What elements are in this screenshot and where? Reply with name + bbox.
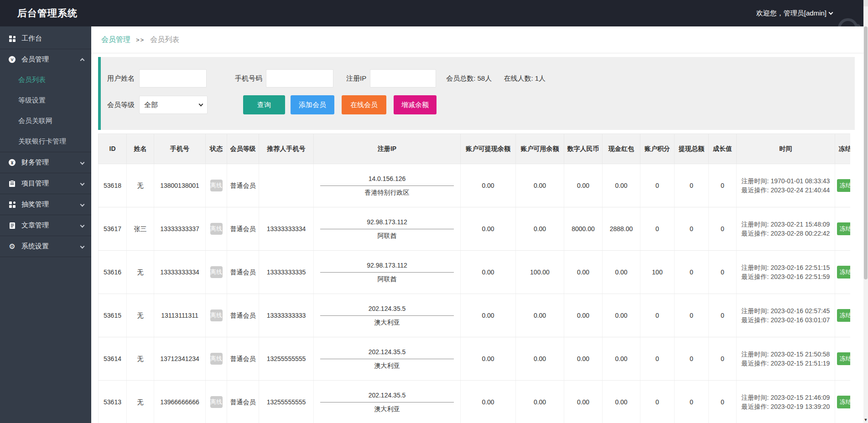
sidebar-item-bankcard-management[interactable]: 关联银行卡管理 bbox=[0, 131, 91, 152]
ip-address: 92.98.173.112 bbox=[316, 261, 458, 270]
admin-dropdown[interactable]: 欢迎您，管理员[admin] bbox=[756, 0, 832, 26]
sidebar-item-system-settings[interactable]: ⚙ 系统设置 bbox=[0, 236, 91, 257]
cell-time: 注册时间: 2023-02-21 15:48:09最近操作: 2023-02-2… bbox=[737, 207, 835, 251]
sidebar-item-member-management[interactable]: V 会员管理 bbox=[0, 49, 91, 70]
freeze-button[interactable]: 冻结 bbox=[837, 352, 850, 366]
cell-phone: 13800138001 bbox=[154, 164, 206, 207]
cell-available: 0.00 bbox=[516, 164, 564, 207]
level-label: 会员等级 bbox=[107, 101, 135, 109]
scrollbar-thumb[interactable] bbox=[864, 26, 868, 279]
col-header-withdrawable: 账户可提现余额 bbox=[461, 134, 516, 164]
cell-digital_rmb: 0.00 bbox=[564, 381, 603, 423]
cell-name: 无 bbox=[127, 381, 154, 423]
sidebar-item-workbench[interactable]: 工作台 bbox=[0, 28, 91, 49]
finance-icon: ¥ bbox=[8, 159, 16, 166]
cell-ip: 14.0.156.126香港特别行政区 bbox=[314, 164, 461, 207]
username-input[interactable] bbox=[139, 69, 207, 88]
freeze-button[interactable]: 冻结 bbox=[837, 179, 850, 192]
ip-divider bbox=[320, 229, 454, 229]
cell-phone: 13712341234 bbox=[154, 337, 206, 381]
cell-withdrawable: 0.00 bbox=[461, 294, 516, 337]
col-header-red_packet: 现金红包 bbox=[603, 134, 640, 164]
last-operation-time: 最近操作: 2023-02-16 03:01:07 bbox=[738, 315, 833, 325]
cell-growth: 0 bbox=[709, 337, 737, 381]
cell-total_withdraw: 0 bbox=[675, 251, 709, 294]
cell-referrer: 13333333333 bbox=[259, 294, 314, 337]
sidebar-item-lottery-management[interactable]: 抽奖管理 bbox=[0, 194, 91, 215]
adjust-balance-button[interactable]: 增减余额 bbox=[394, 95, 437, 114]
cell-id: 53613 bbox=[99, 381, 127, 423]
member-row-53615: 53615无13113111311离线普通会员13333333333202.12… bbox=[99, 294, 851, 337]
cell-id: 53618 bbox=[99, 164, 127, 207]
col-header-name: 姓名 bbox=[127, 134, 154, 164]
chevron-down-icon bbox=[199, 102, 203, 107]
phone-input[interactable] bbox=[266, 69, 333, 88]
cell-ip: 202.124.35.5澳大利亚 bbox=[314, 337, 461, 381]
member-row-53618: 53618无13800138001离线普通会员14.0.156.126香港特别行… bbox=[99, 164, 851, 207]
ip-region: 阿联酋 bbox=[316, 231, 458, 240]
member-row-53614: 53614无13712341234离线普通会员13255555555202.12… bbox=[99, 337, 851, 381]
cell-time: 注册时间: 1970-01-01 08:33:43最近操作: 2023-02-2… bbox=[737, 164, 835, 207]
cell-referrer: 13333333334 bbox=[259, 207, 314, 251]
freeze-button[interactable]: 冻结 bbox=[837, 309, 850, 322]
phone-label: 手机号码 bbox=[235, 74, 262, 83]
add-member-button[interactable]: 添加会员 bbox=[291, 95, 334, 114]
sidebar-item-level-settings[interactable]: 等级设置 bbox=[0, 90, 91, 111]
cell-phone: 13966666666 bbox=[154, 381, 206, 423]
register-ip-input[interactable] bbox=[370, 69, 436, 88]
cell-level: 普通会员 bbox=[227, 207, 259, 251]
col-header-ip: 注册IP bbox=[314, 134, 461, 164]
table-header-row: ID姓名手机号状态会员等级推荐人手机号注册IP账户可提现余额账户可用余额数字人民… bbox=[99, 134, 851, 164]
cell-available: 100.00 bbox=[516, 251, 564, 294]
status-badge: 离线 bbox=[210, 223, 223, 235]
ip-region: 澳大利亚 bbox=[316, 361, 458, 370]
cell-red_packet: 0.00 bbox=[603, 381, 640, 423]
sidebar-item-article-management[interactable]: 文章管理 bbox=[0, 215, 91, 236]
col-header-phone: 手机号 bbox=[154, 134, 206, 164]
online-member-button[interactable]: 在线会员 bbox=[342, 95, 386, 114]
ip-divider bbox=[320, 315, 454, 316]
cell-status: 离线 bbox=[206, 294, 227, 337]
cell-id: 53617 bbox=[99, 207, 127, 251]
freeze-button[interactable]: 冻结 bbox=[837, 222, 850, 236]
status-badge: 离线 bbox=[210, 180, 223, 192]
last-operation-time: 最近操作: 2023-02-19 13:39:20 bbox=[738, 402, 833, 411]
member-row-53613: 53613无13966666666离线普通会员13255555555202.12… bbox=[99, 381, 851, 423]
sidebar-item-member-network[interactable]: 会员关联网 bbox=[0, 111, 91, 131]
app-title: 后台管理系统 bbox=[17, 7, 78, 20]
sidebar-item-member-list[interactable]: 会员列表 bbox=[0, 70, 91, 90]
cell-name: 无 bbox=[127, 294, 154, 337]
cell-growth: 0 bbox=[709, 251, 737, 294]
level-select[interactable]: 全部 bbox=[139, 96, 208, 114]
vertical-scrollbar[interactable]: ▼ bbox=[863, 0, 868, 423]
query-button[interactable]: 查询 bbox=[243, 95, 285, 114]
cell-ip: 92.98.173.112阿联酋 bbox=[314, 251, 461, 294]
cell-available: 0.00 bbox=[516, 294, 564, 337]
sidebar-item-finance-management[interactable]: ¥ 财务管理 bbox=[0, 152, 91, 173]
breadcrumb-parent-link[interactable]: 会员管理 bbox=[101, 35, 130, 45]
cell-growth: 0 bbox=[709, 381, 737, 423]
cell-referrer: 13255555555 bbox=[259, 381, 314, 423]
cell-ip: 202.124.35.5澳大利亚 bbox=[314, 294, 461, 337]
freeze-button[interactable]: 冻结 bbox=[837, 396, 850, 409]
gear-icon: ⚙ bbox=[8, 242, 16, 250]
freeze-button[interactable]: 冻结 bbox=[837, 266, 850, 279]
member-stats: 会员总数: 58人 在线人数: 1人 bbox=[446, 74, 546, 83]
cell-withdrawable: 0.00 bbox=[461, 381, 516, 423]
cell-points: 0 bbox=[640, 381, 675, 423]
ip-divider bbox=[320, 186, 454, 186]
sidebar-item-label: 财务管理 bbox=[21, 158, 81, 167]
sidebar-item-project-management[interactable]: 项目管理 bbox=[0, 173, 91, 194]
status-badge: 离线 bbox=[210, 310, 223, 322]
register-time: 注册时间: 2023-02-16 02:57:45 bbox=[738, 306, 833, 315]
cell-total_withdraw: 0 bbox=[675, 207, 709, 251]
ip-address: 202.124.35.5 bbox=[316, 347, 458, 356]
cell-withdrawable: 0.00 bbox=[461, 207, 516, 251]
cell-total_withdraw: 0 bbox=[675, 164, 709, 207]
ip-address: 202.124.35.5 bbox=[316, 304, 458, 313]
col-header-id: ID bbox=[99, 134, 127, 164]
scrollbar-down-arrow[interactable]: ▼ bbox=[863, 418, 868, 422]
ip-region: 澳大利亚 bbox=[316, 404, 458, 413]
cell-growth: 0 bbox=[709, 164, 737, 207]
cell-red_packet: 0.00 bbox=[603, 337, 640, 381]
